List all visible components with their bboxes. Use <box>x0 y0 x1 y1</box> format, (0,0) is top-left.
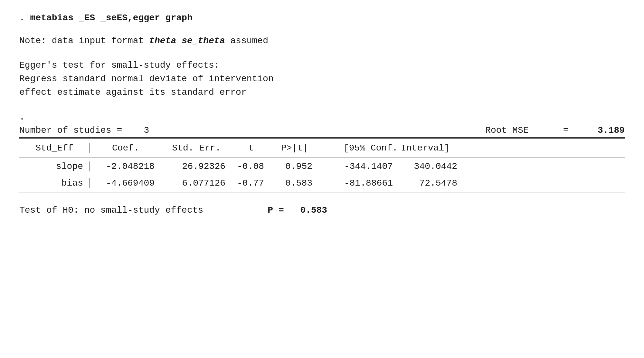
root-mse-section: Root MSE = 3.189 <box>485 125 625 135</box>
header-conf-95: [95% Conf. <box>319 143 399 153</box>
number-of-studies-value: 3 <box>144 125 149 135</box>
bias-conf-lower: -81.88661 <box>319 178 399 188</box>
slope-coef: -2.048218 <box>90 161 161 171</box>
number-of-studies-label: Number of studies = <box>19 125 122 135</box>
table-row-bias: bias -4.669409 6.077126 -0.77 0.583 -81.… <box>19 175 625 192</box>
number-of-studies: Number of studies = 3 <box>19 125 149 135</box>
command-text: . metabias _ES _seES,egger graph <box>19 13 193 23</box>
stats-line: Number of studies = 3 Root MSE = 3.189 <box>19 125 625 138</box>
egger-line2: Regress standard normal deviate of inter… <box>19 72 625 86</box>
note-suffix: assumed <box>225 36 268 46</box>
note-se-theta: se_theta <box>182 36 225 46</box>
dot-line: . <box>19 112 625 122</box>
egger-section: Egger's test for small-study effects: Re… <box>19 59 625 99</box>
note-theta: theta <box>149 36 176 46</box>
root-mse-equals: = <box>563 125 569 135</box>
header-t: t <box>232 143 270 153</box>
data-rows-container: slope -2.048218 26.92326 -0.08 0.952 -34… <box>19 158 625 192</box>
slope-t: -0.08 <box>232 161 270 171</box>
test-p-label: P = <box>268 205 284 215</box>
slope-std-err: 26.92326 <box>161 161 232 171</box>
note-prefix: Note: data input format <box>19 36 149 46</box>
slope-p-gt-t: 0.952 <box>270 161 319 171</box>
command-line: . metabias _ES _seES,egger graph <box>19 13 625 23</box>
bias-p-gt-t: 0.583 <box>270 178 319 188</box>
egger-line1: Egger's test for small-study effects: <box>19 59 625 72</box>
header-p-gt-t: P>|t| <box>270 143 319 153</box>
header-std-eff: Std_Eff <box>19 143 90 153</box>
slope-conf-upper: 340.0442 <box>399 161 464 171</box>
test-p-value-section: P = 0.583 <box>268 205 327 215</box>
note-line: Note: data input format theta se_theta a… <box>19 36 625 46</box>
bias-std-err: 6.077126 <box>161 178 232 188</box>
bias-std-eff: bias <box>19 178 90 188</box>
egger-line3: effect estimate against its standard err… <box>19 86 625 99</box>
results-table: Std_Eff Coef. Std. Err. t P>|t| [95% Con… <box>19 138 625 192</box>
header-coef: Coef. <box>90 143 161 153</box>
root-mse-value: 3.189 <box>598 125 625 135</box>
bias-coef: -4.669409 <box>90 178 161 188</box>
test-p-value: 0.583 <box>300 205 327 215</box>
header-interval: Interval] <box>399 143 464 153</box>
bias-conf-upper: 72.5478 <box>399 178 464 188</box>
test-label: Test of H0: no small-study effects <box>19 205 203 215</box>
root-mse-label: Root MSE <box>485 125 528 135</box>
test-line: Test of H0: no small-study effects P = 0… <box>19 205 625 215</box>
slope-std-eff: slope <box>19 161 90 171</box>
bias-t: -0.77 <box>232 178 270 188</box>
slope-conf-lower: -344.1407 <box>319 161 399 171</box>
table-row-slope: slope -2.048218 26.92326 -0.08 0.952 -34… <box>19 158 625 175</box>
header-std-err: Std. Err. <box>161 143 232 153</box>
table-header-row: Std_Eff Coef. Std. Err. t P>|t| [95% Con… <box>19 138 625 158</box>
